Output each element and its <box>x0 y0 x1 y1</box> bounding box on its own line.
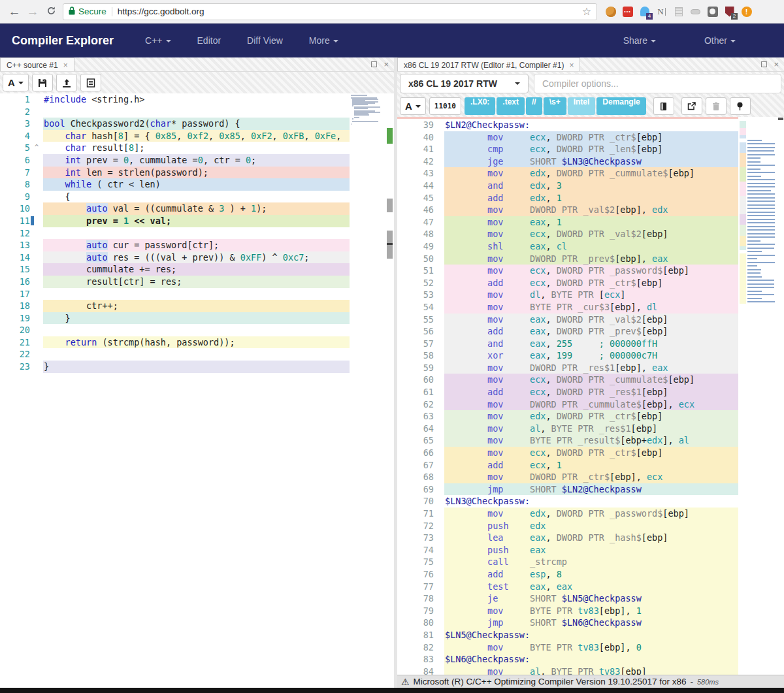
pin-button[interactable] <box>730 97 751 115</box>
code-line[interactable]: 42 jge SHORT $LN3@Checkpassw <box>397 155 738 168</box>
code-line[interactable]: 65 mov BYTE PTR _result$[ebp+edx], al <box>397 434 738 447</box>
code-line[interactable]: 8 while ( ctr < len) <box>0 178 350 191</box>
code-line[interactable]: 82 mov BYTE PTR tv83[ebp], 0 <box>397 641 738 654</box>
line-number[interactable]: 46 <box>397 204 434 216</box>
close-pane-icon[interactable]: × <box>774 59 779 69</box>
line-number[interactable]: 3 <box>0 118 30 130</box>
code-line[interactable]: 19 } <box>0 312 350 325</box>
code-line[interactable]: 43 mov edx, DWORD PTR _cummulate$[ebp] <box>397 167 738 180</box>
line-number[interactable]: 11 <box>0 215 30 227</box>
line-number[interactable]: 19 <box>0 312 30 325</box>
code-line[interactable]: 71 mov edx, DWORD PTR _password$[ebp] <box>397 508 738 520</box>
filter-text[interactable]: .text <box>497 97 525 115</box>
font-size-button[interactable]: A <box>3 74 29 91</box>
filter-intel[interactable]: Intel <box>568 97 596 115</box>
nav-item-other[interactable]: Other <box>704 35 736 46</box>
code-line[interactable]: 60 mov ecx, DWORD PTR _cummulate$[ebp] <box>397 374 738 386</box>
line-number[interactable]: 50 <box>397 253 434 265</box>
line-number[interactable]: 2 <box>0 106 30 118</box>
code-line[interactable]: 69 jmp SHORT $LN2@Checkpassw <box>397 483 738 496</box>
code-line[interactable]: 67 add ecx, 1 <box>397 459 738 472</box>
line-number[interactable]: 12 <box>0 227 30 240</box>
line-number[interactable]: 74 <box>397 544 434 556</box>
code-line[interactable]: 52 add ecx, DWORD PTR _ctr$[ebp] <box>397 277 738 289</box>
line-number[interactable]: 78 <box>397 592 434 605</box>
line-number[interactable]: 45 <box>397 192 434 204</box>
binary-toggle-button[interactable]: 11010 <box>429 97 461 115</box>
line-number[interactable]: 6 <box>0 154 30 167</box>
line-number[interactable]: 40 <box>397 131 434 144</box>
line-number[interactable]: 21 <box>0 336 30 349</box>
clipper-extension-icon[interactable] <box>673 6 684 17</box>
line-number[interactable]: 54 <box>397 301 434 314</box>
line-number[interactable]: 62 <box>397 398 434 411</box>
code-line[interactable]: 78 je SHORT $LN5@Checkpassw <box>397 592 738 605</box>
code-line[interactable]: 9 { <box>0 191 350 203</box>
code-line[interactable]: 79 mov BYTE PTR tv83[ebp], 1 <box>397 605 738 617</box>
code-line[interactable]: 44 and edx, 3 <box>397 180 738 192</box>
line-number[interactable]: 43 <box>397 167 434 180</box>
trash-button[interactable] <box>706 97 727 115</box>
code-line[interactable]: 41 cmp ecx, DWORD PTR _len$[ebp] <box>397 143 738 155</box>
code-line[interactable]: 40 mov ecx, DWORD PTR _ctr$[ebp] <box>397 131 738 144</box>
alert-extension-icon[interactable]: ! <box>741 6 752 17</box>
line-number[interactable]: 72 <box>397 520 434 532</box>
compiler-options-input[interactable] <box>534 74 781 93</box>
nav-item-diffview[interactable]: Diff View <box>247 35 283 46</box>
filter-demangle[interactable]: Demangle <box>596 97 645 115</box>
code-line[interactable]: 61 add ecx, DWORD PTR _res$1[ebp] <box>397 386 738 398</box>
ghostery-extension-icon[interactable]: 4 <box>639 6 650 17</box>
line-number[interactable]: 56 <box>397 325 434 338</box>
line-number[interactable]: 16 <box>0 276 30 288</box>
line-number[interactable]: 44 <box>397 180 434 192</box>
code-line[interactable]: 16 result[ctr] = res; <box>0 276 350 288</box>
line-number[interactable]: 14 <box>0 251 30 264</box>
ublock-extension-icon[interactable]: 2 <box>724 6 735 17</box>
source-tab[interactable]: C++ source #1 × <box>0 57 74 71</box>
brand-title[interactable]: Compiler Explorer <box>12 34 114 48</box>
code-line[interactable]: 58 xor eax, 199 ; 000000c7H <box>397 349 738 362</box>
line-number[interactable]: 48 <box>397 228 434 240</box>
code-line[interactable]: 13 auto cur = password[ctr]; <box>0 239 350 251</box>
code-line[interactable]: 53 mov dl, BYTE PTR [ecx] <box>397 289 738 301</box>
close-pane-icon[interactable]: × <box>384 59 389 69</box>
line-number[interactable]: 63 <box>397 410 434 423</box>
code-line[interactable]: 5^ char result[8]; <box>0 142 350 154</box>
code-line[interactable]: 55 mov eax, DWORD PTR _val$2[ebp] <box>397 314 738 326</box>
code-line[interactable]: 21 return (strcmp(hash, password)); <box>0 336 350 349</box>
line-number[interactable]: 4 <box>0 130 30 142</box>
line-number[interactable]: 7 <box>0 167 30 179</box>
source-minimap[interactable] <box>351 95 378 125</box>
line-number[interactable]: 49 <box>397 240 434 253</box>
code-line[interactable]: 56 add eax, DWORD PTR _prev$[ebp] <box>397 325 738 338</box>
line-number[interactable]: 9 <box>0 191 30 203</box>
nav-item-editor[interactable]: Editor <box>197 35 221 46</box>
code-line[interactable]: 84 mov al, BYTE PTR tv83[ebp] <box>397 666 738 675</box>
code-line[interactable]: 76 add esp, 8 <box>397 568 738 581</box>
font-size-button[interactable]: A <box>400 97 426 115</box>
code-line[interactable]: 72 push edx <box>397 520 738 532</box>
line-number[interactable]: 42 <box>397 155 434 168</box>
back-icon[interactable]: ← <box>5 5 24 19</box>
libraries-button[interactable] <box>653 97 674 115</box>
code-line[interactable]: 7 int len = strlen(password); <box>0 167 350 179</box>
line-number[interactable]: 65 <box>397 434 434 447</box>
code-line[interactable]: 6 int prev = 0, cummulate =0, ctr = 0; <box>0 154 350 167</box>
line-number[interactable]: 71 <box>397 508 434 520</box>
line-number[interactable]: 22 <box>0 348 30 361</box>
code-line[interactable]: 15 cummulate += res; <box>0 263 350 276</box>
line-number[interactable]: 55 <box>397 314 434 326</box>
pill-extension-icon[interactable] <box>690 6 701 17</box>
line-number[interactable]: 51 <box>397 265 434 277</box>
code-line[interactable]: 3bool Checkpassword2(char* password) { <box>0 118 350 130</box>
code-line[interactable]: 74 push eax <box>397 544 738 556</box>
code-line[interactable]: 81$LN5@Checkpassw: <box>397 629 738 641</box>
maximize-icon[interactable] <box>371 61 377 67</box>
code-line[interactable]: 12 <box>0 227 350 240</box>
bookmark-star-icon[interactable]: ☆ <box>582 5 591 18</box>
line-number[interactable]: 64 <box>397 423 434 435</box>
asm-tab-close-icon[interactable]: × <box>569 61 574 70</box>
code-line[interactable]: 22 <box>0 348 350 361</box>
forward-icon[interactable]: → <box>24 5 42 19</box>
notes-extension-icon[interactable]: N <box>656 6 667 17</box>
